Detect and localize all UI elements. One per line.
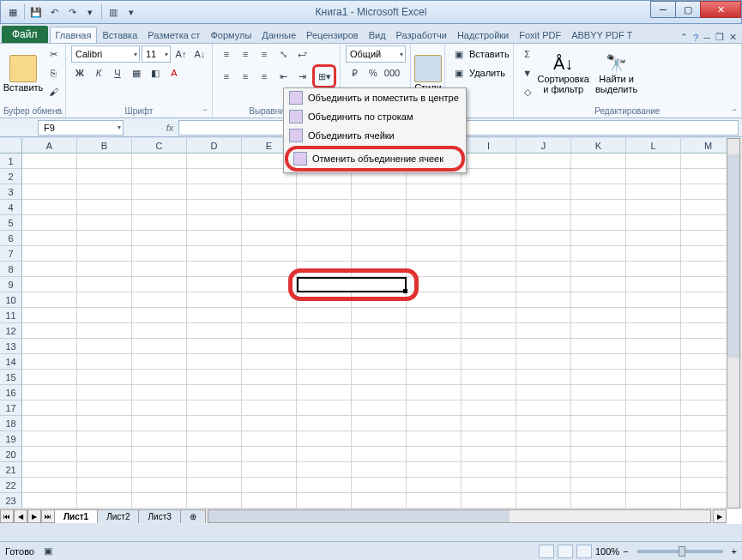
cell[interactable] [297,493,352,509]
cell[interactable] [516,370,571,385]
cell[interactable] [571,354,626,370]
cell[interactable] [77,292,132,308]
cell[interactable] [626,323,681,339]
cell[interactable] [77,184,132,200]
cell[interactable] [571,246,626,262]
copy-icon[interactable]: ⎘ [45,64,62,81]
sheet-nav-next[interactable]: ▶ [27,509,41,523]
row-header-13[interactable]: 13 [0,339,22,354]
cell[interactable] [407,400,461,416]
cell[interactable] [516,184,571,200]
cell[interactable] [571,493,626,509]
cell[interactable] [77,370,132,385]
cell[interactable] [77,478,132,493]
row-header-12[interactable]: 12 [0,323,22,339]
sheet-nav-first[interactable]: ⏮ [0,509,14,523]
cell[interactable] [516,447,571,462]
cell[interactable] [242,416,297,431]
cell[interactable] [132,308,187,323]
cell[interactable] [187,339,242,354]
row-header-18[interactable]: 18 [0,416,22,431]
autosum-icon[interactable]: Σ [519,45,536,63]
merge-center-button[interactable]: ⊞▾ [316,68,333,85]
cell[interactable] [516,154,571,169]
cell[interactable] [516,339,571,354]
insert-cells-icon[interactable]: ▣ [450,45,468,63]
cell[interactable] [297,385,352,400]
cell[interactable] [352,323,407,339]
cell[interactable] [461,370,516,385]
cell[interactable] [571,154,626,169]
unmerge-cells-item[interactable]: Отменить объединение ячеек [288,149,461,168]
row-header-15[interactable]: 15 [0,370,22,385]
cell[interactable] [187,262,242,277]
cell[interactable] [297,447,352,462]
qat-more-icon[interactable]: ▾ [81,3,99,21]
cell[interactable] [187,154,242,169]
cell[interactable] [626,200,681,215]
cell[interactable] [187,184,242,200]
tab-addins[interactable]: Надстройки [452,27,514,43]
cell[interactable] [297,246,352,262]
close-button[interactable]: ✕ [700,1,741,18]
row-header-10[interactable]: 10 [0,292,22,308]
sheet-nav-last[interactable]: ⏭ [41,509,55,523]
name-box[interactable]: F9 [38,120,124,135]
cell[interactable] [407,246,461,262]
cell[interactable] [407,478,461,493]
cell[interactable] [22,416,77,431]
cell[interactable] [352,370,407,385]
minimize-ribbon-icon[interactable]: ⌃ [680,32,688,43]
zoom-level[interactable]: 100% [595,546,619,557]
cell[interactable] [626,385,681,400]
cell[interactable] [132,370,187,385]
tab-data[interactable]: Данные [256,27,301,43]
cell[interactable] [352,447,407,462]
col-header-K[interactable]: K [571,138,626,154]
cell[interactable] [461,200,516,215]
font-size-combo[interactable]: 11 [142,45,171,63]
cell[interactable] [242,462,297,478]
col-header-I[interactable]: I [461,138,516,154]
row-header-2[interactable]: 2 [0,169,22,184]
cell[interactable] [516,354,571,370]
cell[interactable] [352,184,407,200]
cell[interactable] [352,246,407,262]
save-icon[interactable]: 💾 [27,3,45,21]
row-header-20[interactable]: 20 [0,447,22,462]
cell[interactable] [352,493,407,509]
fill-icon[interactable]: ▼ [519,64,536,81]
cell[interactable] [22,154,77,169]
cell[interactable] [407,431,461,447]
cell[interactable] [22,339,77,354]
cell[interactable] [187,231,242,246]
redo-icon[interactable]: ↷ [63,3,81,21]
cell[interactable] [242,292,297,308]
row-header-11[interactable]: 11 [0,308,22,323]
cell[interactable] [461,478,516,493]
cell[interactable] [516,246,571,262]
cell[interactable] [187,385,242,400]
cell[interactable] [77,277,132,292]
sheet-tab-3[interactable]: Лист3 [138,509,180,523]
cell[interactable] [407,447,461,462]
col-header-B[interactable]: B [77,138,132,154]
row-header-17[interactable]: 17 [0,400,22,416]
cell[interactable] [187,169,242,184]
cell[interactable] [132,231,187,246]
cell[interactable] [626,462,681,478]
cell[interactable] [187,323,242,339]
cell[interactable] [242,370,297,385]
vertical-scrollbar[interactable] [727,138,742,509]
cell[interactable] [297,400,352,416]
cell[interactable] [187,431,242,447]
cell[interactable] [132,277,187,292]
cell[interactable] [352,431,407,447]
cell[interactable] [352,462,407,478]
cell[interactable] [407,262,461,277]
cell[interactable] [626,400,681,416]
cell[interactable] [22,231,77,246]
select-all-corner[interactable] [0,138,22,154]
worksheet-grid[interactable]: ABCDEFGHIJKLM 12345678910111213141516171… [0,138,742,524]
cell[interactable] [132,400,187,416]
